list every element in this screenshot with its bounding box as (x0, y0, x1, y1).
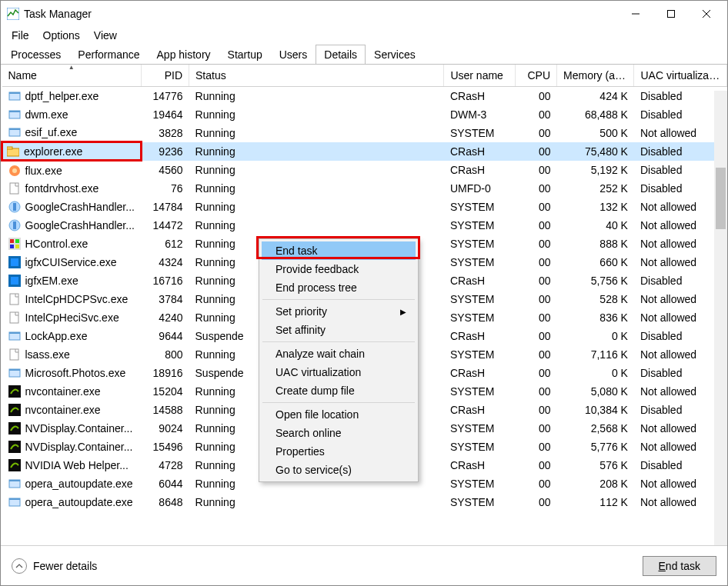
ctx-uac-virtualization[interactable]: UAC virtualization (262, 363, 416, 381)
minimize-button[interactable] (618, 2, 653, 25)
cell-status: Running (189, 216, 444, 235)
cell-pid: 18916 (141, 364, 189, 382)
cell-mem: 576 K (557, 456, 634, 474)
scrollbar-thumb[interactable] (716, 168, 726, 229)
cell-mem: 5,080 K (557, 382, 634, 401)
svg-rect-8 (9, 111, 20, 112)
cell-pid: 14784 (141, 198, 189, 216)
tab-processes[interactable]: Processes (2, 45, 69, 65)
col-header-mem[interactable]: Memory (ac... (557, 65, 634, 87)
tab-users[interactable]: Users (271, 45, 316, 65)
tab-performance[interactable]: Performance (69, 45, 148, 65)
ctx-set-affinity[interactable]: Set affinity (262, 321, 416, 339)
process-name: LockApp.exe (25, 330, 88, 342)
cell-mem: 208 K (557, 474, 634, 493)
ctx-search-online[interactable]: Search online (262, 424, 416, 442)
col-header-uac[interactable]: UAC virtualizati... (634, 65, 727, 87)
cell-mem: 0 K (557, 364, 634, 382)
cell-user: CRasH (444, 161, 515, 179)
cell-cpu: 00 (515, 419, 556, 438)
cell-status: Running (189, 105, 444, 124)
svg-rect-21 (10, 239, 14, 243)
fewer-details-toggle[interactable]: Fewer details (12, 558, 97, 574)
cell-mem: 500 K (557, 124, 634, 142)
menu-file[interactable]: File (5, 28, 35, 43)
cell-cpu: 00 (515, 235, 556, 253)
process-icon (8, 219, 21, 231)
process-name: explorer.exe (24, 145, 82, 158)
menu-view[interactable]: View (88, 28, 123, 43)
cell-pid: 14776 (141, 87, 189, 105)
ctx-analyze-wait-chain[interactable]: Analyze wait chain (262, 345, 416, 363)
process-name: NVDisplay.Container... (25, 422, 133, 435)
cell-user: SYSTEM (444, 382, 515, 401)
cell-mem: 112 K (557, 493, 634, 511)
cell-user: CRasH (444, 87, 515, 105)
cell-uac: Disabled (634, 161, 727, 179)
cell-mem: 68,488 K (557, 105, 634, 124)
svg-rect-24 (15, 245, 19, 248)
ctx-set-priority[interactable]: Set priority ▶ (262, 302, 416, 321)
cell-status: Running (189, 179, 444, 198)
table-row[interactable]: dptf_helper.exe14776RunningCRasH00424 KD… (2, 87, 727, 105)
tabbar: Processes Performance App history Startu… (1, 44, 727, 64)
table-row[interactable]: esif_uf.exe3828RunningSYSTEM00500 KNot a… (2, 124, 727, 142)
process-icon (8, 385, 21, 398)
col-header-status[interactable]: Status (189, 65, 444, 87)
cell-uac: Not allowed (634, 382, 727, 401)
close-button[interactable] (689, 2, 724, 25)
cell-pid: 3828 (141, 124, 189, 142)
cell-user: CRasH (444, 271, 515, 290)
col-header-cpu[interactable]: CPU (515, 65, 556, 87)
svg-rect-40 (8, 459, 21, 471)
end-task-button[interactable]: End task (643, 556, 716, 576)
cell-pid: 9236 (141, 142, 189, 161)
maximize-button[interactable] (653, 2, 689, 25)
ctx-create-dump-file[interactable]: Create dump file (262, 381, 416, 400)
tab-startup[interactable]: Startup (219, 45, 271, 65)
ctx-properties[interactable]: Properties (262, 442, 416, 461)
cell-user: SYSTEM (444, 253, 515, 271)
cell-status: Running (189, 493, 444, 511)
cell-pid: 4560 (141, 161, 189, 179)
menu-options[interactable]: Options (37, 28, 86, 43)
process-icon (8, 165, 21, 177)
table-row[interactable]: flux.exe4560RunningCRasH005,192 KDisable… (2, 161, 727, 179)
tab-app-history[interactable]: App history (149, 45, 219, 65)
ctx-end-task[interactable]: End task (262, 241, 416, 260)
process-name: GoogleCrashHandler... (25, 219, 135, 231)
cell-user: SYSTEM (444, 235, 515, 253)
cell-mem: 424 K (557, 87, 634, 105)
chevron-up-icon (12, 558, 27, 574)
table-row[interactable]: GoogleCrashHandler...14784RunningSYSTEM0… (2, 198, 727, 216)
col-header-pid[interactable]: PID (141, 65, 189, 87)
vertical-scrollbar[interactable] (714, 91, 727, 545)
col-header-name[interactable]: Name ▲ (2, 65, 142, 87)
cell-user: SYSTEM (444, 216, 515, 235)
cell-cpu: 00 (515, 456, 556, 474)
cell-uac: Disabled (634, 364, 727, 382)
tab-services[interactable]: Services (366, 45, 424, 65)
process-name: nvcontainer.exe (25, 404, 101, 416)
svg-rect-35 (9, 369, 20, 371)
col-header-user[interactable]: User name (444, 65, 515, 87)
cell-status: Running (189, 161, 444, 179)
table-row[interactable]: dwm.exe19464RunningDWM-30068,488 KDisabl… (2, 105, 727, 124)
cell-cpu: 00 (515, 179, 556, 198)
cell-pid: 15496 (141, 438, 189, 456)
ctx-end-process-tree[interactable]: End process tree (262, 278, 416, 297)
tab-details[interactable]: Details (316, 45, 366, 65)
titlebar: Task Manager (1, 1, 727, 27)
process-name: HControl.exe (25, 238, 88, 250)
table-row[interactable]: GoogleCrashHandler...14472RunningSYSTEM0… (2, 216, 727, 235)
ctx-go-to-services[interactable]: Go to service(s) (262, 461, 416, 479)
table-row[interactable]: opera_autoupdate.exe8648RunningSYSTEM001… (2, 493, 727, 511)
ctx-provide-feedback[interactable]: Provide feedback (262, 260, 416, 278)
svg-rect-44 (9, 498, 20, 500)
menubar: File Options View (1, 27, 727, 44)
cell-user: SYSTEM (444, 493, 515, 511)
table-row[interactable]: explorer.exe9236RunningCRasH0075,480 KDi… (2, 142, 727, 161)
ctx-open-file-location[interactable]: Open file location (262, 405, 416, 424)
table-row[interactable]: fontdrvhost.exe76RunningUMFD-000252 KDis… (2, 179, 727, 198)
process-name: opera_autoupdate.exe (25, 496, 133, 508)
